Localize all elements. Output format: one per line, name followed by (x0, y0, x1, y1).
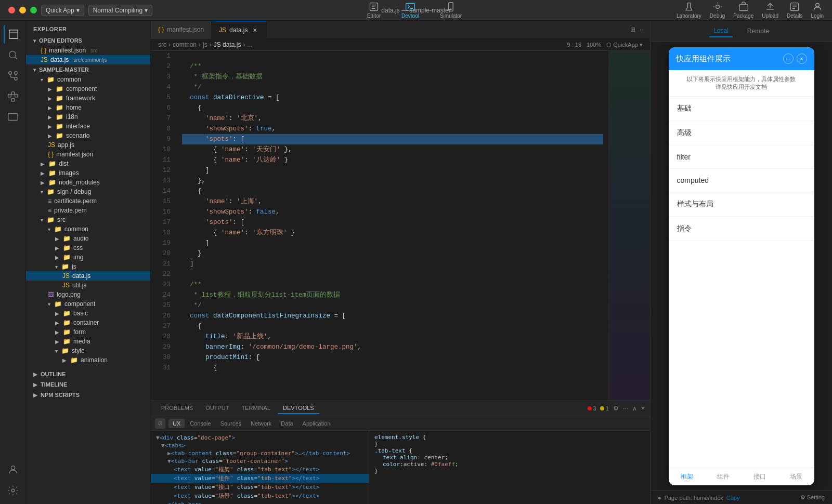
folder-dist[interactable]: ▶ 📁 dist (26, 159, 150, 168)
maximize-button[interactable] (30, 7, 37, 14)
file-utiljs[interactable]: JS util.js (26, 281, 150, 290)
html-line-selected[interactable]: <text value="组件" class="tab-text"></text… (151, 474, 369, 483)
html-line[interactable]: <text value="接口" class="tab-text"></text… (151, 483, 369, 492)
file-manifest-json[interactable]: { } manifest.json (26, 150, 150, 159)
folder-basic[interactable]: ▶ 📁 basic (26, 309, 150, 318)
close-tab-icon[interactable]: × (251, 26, 259, 34)
folder-interface[interactable]: ▶ 📁 interface (26, 122, 150, 131)
header-close-icon[interactable]: × (797, 54, 807, 64)
file-appjs[interactable]: JS app.js (26, 140, 150, 150)
outline-section[interactable]: ▶ OUTLINE (26, 369, 150, 379)
split-editor-icon[interactable]: ⊞ (630, 26, 635, 33)
folder-node-modules[interactable]: ▶ 📁 node_modules (26, 178, 150, 187)
html-line[interactable]: <text value="场景" class="tab-text"></text… (151, 492, 369, 500)
copy-link[interactable]: Copy (726, 495, 740, 501)
folder-media[interactable]: ▶ 📁 media (26, 337, 150, 346)
file-logo-png[interactable]: 🖼 logo.png (26, 290, 150, 299)
folder-css[interactable]: ▶ 📁 css (26, 243, 150, 253)
close-panel-icon[interactable]: × (641, 405, 645, 412)
subtab-application[interactable]: Application (298, 419, 335, 428)
subtab-sources[interactable]: Sources (216, 419, 245, 428)
subtab-data[interactable]: Data (277, 419, 297, 428)
more-actions-icon[interactable]: ··· (640, 26, 645, 33)
local-tab[interactable]: Local (709, 25, 733, 37)
setting-button[interactable]: ⚙ Setting (800, 494, 825, 501)
html-line[interactable]: ▼<tabs> (151, 442, 369, 449)
folder-js[interactable]: ▾ 📁 js (26, 262, 150, 271)
folder-style[interactable]: ▾ 📁 style (26, 346, 150, 355)
menu-item-computed[interactable]: computed (669, 169, 814, 192)
folder-component[interactable]: ▶ 📁 component (26, 84, 150, 94)
nav-component[interactable]: 组件 (705, 468, 742, 485)
explorer-icon[interactable] (4, 25, 22, 44)
nav-scenario[interactable]: 场景 (778, 468, 814, 485)
nav-framework[interactable]: 框架 (669, 468, 705, 485)
folder-form[interactable]: ▶ 📁 form (26, 327, 150, 337)
subtab-console[interactable]: Console (186, 419, 215, 428)
npm-scripts-section[interactable]: ▶ NPM SCRIPTS (26, 390, 150, 400)
html-line[interactable]: <text value="框架" class="tab-text"></text… (151, 465, 369, 474)
quick-app-dropdown[interactable]: Quick App ▾ (41, 5, 84, 16)
tab-problems[interactable]: PROBLEMS (156, 403, 198, 414)
gear-icon[interactable]: ⚙ (613, 405, 619, 412)
folder-animation[interactable]: ▶ 📁 animation (26, 355, 150, 365)
debug-button[interactable]: Debug (710, 2, 725, 19)
more-icon[interactable]: ··· (623, 405, 628, 412)
menu-item-advanced[interactable]: 高级 (669, 121, 814, 145)
nav-interface[interactable]: 接口 (742, 468, 778, 485)
header-more-icon[interactable]: ··· (783, 54, 794, 64)
menu-item-filter[interactable]: filter (669, 145, 814, 169)
open-file-manifest[interactable]: { } manifest.json src (26, 46, 150, 55)
html-line[interactable]: ▼<div class="doc-page"> (151, 434, 369, 442)
devtools-toggle[interactable]: ⊡ (155, 418, 165, 429)
folder-i18n[interactable]: ▶ 📁 i18n (26, 112, 150, 122)
html-line[interactable]: ▶<tab-content class="group-container">…<… (151, 449, 369, 457)
build-mode-dropdown[interactable]: Normal Compiling ▾ (88, 5, 152, 16)
folder-framework[interactable]: ▶ 📁 framework (26, 94, 150, 103)
folder-images[interactable]: ▶ 📁 images (26, 168, 150, 178)
minimize-button[interactable] (19, 7, 26, 14)
upload-button[interactable]: Upload (762, 2, 778, 19)
folder-common[interactable]: ▾ 📁 common (26, 75, 150, 84)
menu-item-basic[interactable]: 基础 (669, 97, 814, 121)
project-section[interactable]: ▾ SAMPLE-MASTER (26, 64, 150, 75)
folder-scenario[interactable]: ▶ 📁 scenario (26, 131, 150, 140)
details-button[interactable]: Details (787, 2, 803, 19)
close-button[interactable] (8, 7, 15, 14)
folder-src-component[interactable]: ▾ 📁 component (26, 299, 150, 309)
laboratory-button[interactable]: Laboratory (677, 2, 701, 19)
menu-item-directive[interactable]: 指令 (669, 217, 814, 241)
folder-audio[interactable]: ▶ 📁 audio (26, 234, 150, 243)
html-line[interactable]: </tab-bar> (151, 500, 369, 504)
menu-item-style[interactable]: 样式与布局 (669, 192, 814, 217)
search-icon[interactable] (4, 46, 22, 64)
source-control-icon[interactable] (4, 67, 22, 85)
html-line[interactable]: ▼<tab-bar class="footer-container"> (151, 457, 369, 465)
tab-manifest-json[interactable]: { } manifest.json (151, 21, 212, 39)
folder-src-common[interactable]: ▾ 📁 common (26, 224, 150, 234)
code-editor[interactable]: 12345 678910 1112131415 1617181920 21222… (151, 51, 608, 400)
tab-devtools[interactable]: DEVTOOLS (278, 403, 319, 414)
subtab-network[interactable]: Network (246, 419, 276, 428)
tab-datajs[interactable]: JS data.js × (212, 21, 267, 39)
collapse-panel-icon[interactable]: ∧ (632, 405, 637, 412)
file-datajs-tree[interactable]: JS data.js (26, 271, 150, 281)
folder-home[interactable]: ▶ 📁 home (26, 103, 150, 112)
file-certificate[interactable]: ≡ certificate.perm (26, 196, 150, 206)
accounts-icon[interactable] (4, 460, 22, 479)
tab-output[interactable]: OUTPUT (200, 403, 234, 414)
open-file-datajs[interactable]: JS data.js src/common/js (26, 55, 150, 64)
remote-tab[interactable]: Remote (743, 25, 773, 37)
remote-icon[interactable] (4, 108, 22, 127)
tab-terminal[interactable]: TERMINAL (236, 403, 276, 414)
settings-icon[interactable] (4, 481, 22, 500)
folder-sign-debug[interactable]: ▾ 📁 sign / debug (26, 187, 150, 196)
folder-img[interactable]: ▶ 📁 img (26, 253, 150, 262)
folder-container[interactable]: ▶ 📁 container (26, 318, 150, 327)
subtab-ux[interactable]: UX (168, 419, 185, 428)
folder-src[interactable]: ▾ 📁 src (26, 215, 150, 224)
file-private-pem[interactable]: ≡ private.pem (26, 206, 150, 215)
extensions-icon[interactable] (4, 87, 22, 106)
open-editors-section[interactable]: ▾ OPEN EDITORS (26, 35, 150, 46)
package-button[interactable]: Package (733, 2, 753, 19)
